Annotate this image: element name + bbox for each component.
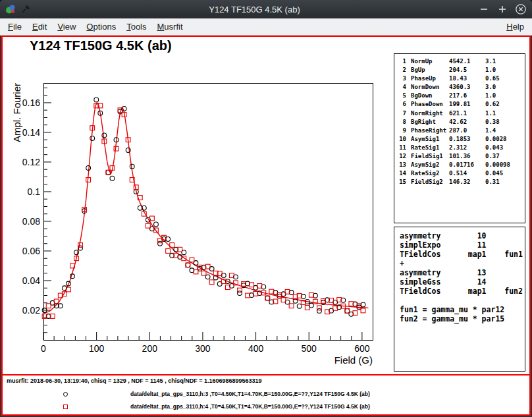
- menu-label: elp: [513, 22, 524, 32]
- data-marker: [238, 291, 242, 296]
- app-window: Y124 TF150G 4.5K (ab): [0, 0, 532, 417]
- parameter-row: 1NormUp4542.13.1: [397, 57, 525, 66]
- menu-accel: H: [506, 22, 512, 32]
- data-marker: [209, 280, 214, 285]
- y-tick-label: 0.14: [22, 127, 40, 138]
- parameter-row: 15FieldSig2146.320.31: [397, 178, 525, 186]
- data-marker: [154, 222, 159, 227]
- y-tick-label: 0.08: [22, 216, 40, 227]
- y-tick-label: 0.1: [28, 186, 41, 197]
- titlebar[interactable]: Y124 TF150G 4.5K (ab): [0, 0, 532, 18]
- data-marker: [345, 308, 350, 313]
- menu-edit[interactable]: Edit: [27, 20, 52, 33]
- parameter-row: 11RateSig12.3120.043: [397, 144, 525, 152]
- menu-label: ools: [131, 22, 147, 32]
- maximize-button[interactable]: [496, 3, 508, 15]
- fit-line: [43, 103, 369, 314]
- data-marker: [90, 136, 95, 141]
- data-marker: [289, 304, 294, 308]
- data-marker: [94, 97, 99, 102]
- parameter-row: 5BgDown217.61.0: [397, 92, 525, 100]
- series-circles: [42, 97, 365, 318]
- y-tick-label: 0.16: [22, 97, 40, 108]
- parameter-row: 9PhaseRight287.01.4: [397, 126, 525, 135]
- app-icon: [5, 4, 16, 14]
- data-marker: [265, 296, 270, 300]
- y-tick-label: 0.06: [22, 246, 40, 256]
- y-tick-label: 0.04: [22, 275, 40, 286]
- theory-line: asymmetry 10: [400, 231, 525, 240]
- theory-line: fun1 = gamma_mu * par12: [400, 305, 525, 314]
- legend-label: data/deltat_pta_gps_3110,h:3 ,T0=4.50K,T…: [130, 391, 370, 397]
- theory-box: asymmetry 10simplExpo 11TFieldCos map1 f…: [394, 227, 525, 372]
- data-marker: [46, 304, 51, 308]
- parameter-row: 8BgRight42.620.38: [397, 118, 525, 126]
- parameter-row: 12FieldSig1101.360.37: [397, 152, 525, 161]
- x-tick-label: 100: [89, 343, 105, 354]
- theory-line: TFieldCos map1 fun2: [400, 287, 525, 296]
- y-axis-title: Ampl. Fourier: [11, 83, 22, 142]
- menu-label: iew: [63, 22, 76, 32]
- close-button[interactable]: [515, 3, 527, 15]
- x-tick-label: 400: [248, 343, 264, 354]
- x-tick-label: 200: [142, 343, 158, 354]
- parameter-row: 10AsymSig10.18530.0028: [397, 135, 525, 144]
- x-tick-label: 300: [195, 343, 211, 354]
- root-canvas[interactable]: Y124 TF150G 4.5K (ab) 010020030040050060…: [1, 36, 531, 416]
- data-marker: [317, 308, 322, 313]
- menu-view[interactable]: View: [52, 20, 81, 33]
- menu-options[interactable]: Options: [81, 20, 121, 33]
- parameter-row: 13AsymSig20.017160.00098: [397, 161, 525, 169]
- menu-musrfit[interactable]: Musrfit: [152, 20, 188, 33]
- theory-line: simplExpo 11: [400, 240, 525, 250]
- data-marker: [166, 249, 171, 254]
- theory-line: TFieldCos map1 fun1: [400, 250, 525, 259]
- parameter-row: 2BgUp204.51.0: [397, 66, 525, 74]
- menu-tools[interactable]: Tools: [121, 20, 151, 33]
- x-axis-title: Field (G): [334, 354, 373, 366]
- fit-info: musrfit: 2018-06-30, 13:19:40, chisq = 1…: [7, 377, 261, 384]
- theory-line: simpleGss 14: [400, 277, 525, 287]
- parameter-row: 6PhaseDown199.810.62: [397, 100, 525, 109]
- menu-help[interactable]: Help: [501, 20, 529, 33]
- menu-file[interactable]: File: [3, 20, 27, 33]
- menu-accel: V: [57, 22, 63, 32]
- parameter-row: 3PhaseUp18.430.65: [397, 74, 525, 83]
- data-marker: [110, 176, 115, 181]
- menu-label: usrfit: [164, 22, 182, 32]
- legend-entry: data/deltat_pta_gps_3110,h:4 ,T0=4.50K,T…: [3, 401, 529, 414]
- y-tick-label: 0.02: [22, 305, 40, 316]
- x-tick-label: 600: [354, 343, 370, 354]
- data-marker: [146, 223, 150, 228]
- data-marker: [361, 308, 365, 313]
- menu-label: ptions: [93, 22, 116, 32]
- x-tick-label: 0: [41, 343, 46, 354]
- menu-accel: E: [32, 22, 38, 32]
- menubar: File Edit View Options Tools Musrfit Hel…: [0, 18, 532, 36]
- window-controls: [478, 3, 527, 15]
- menu-accel: M: [157, 22, 165, 32]
- data-marker: [114, 146, 119, 151]
- theory-line: asymmetry 13: [400, 268, 525, 277]
- data-marker: [158, 241, 163, 246]
- minimize-button[interactable]: [478, 3, 490, 15]
- parameter-row: 14RateSig20.5140.045: [397, 169, 525, 178]
- legend-label: data/deltat_pta_gps_3110,h:4 ,T0=4.50K,T…: [130, 403, 370, 410]
- plot-area: Y124 TF150G 4.5K (ab) 010020030040050060…: [3, 37, 529, 374]
- menu-accel: O: [86, 22, 93, 32]
- legend-square-marker: [63, 404, 68, 409]
- data-marker: [102, 133, 107, 138]
- menu-label: ile: [13, 22, 22, 32]
- data-marker: [86, 166, 91, 171]
- series-squares: [42, 103, 365, 318]
- plot-frame: [43, 83, 373, 340]
- theory-line: fun2 = gamma_mu * par15: [400, 314, 525, 323]
- window-title: Y124 TF150G 4.5K (ab): [36, 5, 473, 14]
- parameter-list: 1NormUp4542.13.12BgUp204.51.03PhaseUp18.…: [394, 53, 525, 223]
- pin-icon[interactable]: [20, 4, 31, 14]
- data-marker: [70, 274, 75, 279]
- data-marker: [190, 258, 194, 262]
- menu-label: dit: [38, 22, 47, 32]
- theory-line: [400, 296, 525, 305]
- x-tick-label: 500: [302, 343, 317, 354]
